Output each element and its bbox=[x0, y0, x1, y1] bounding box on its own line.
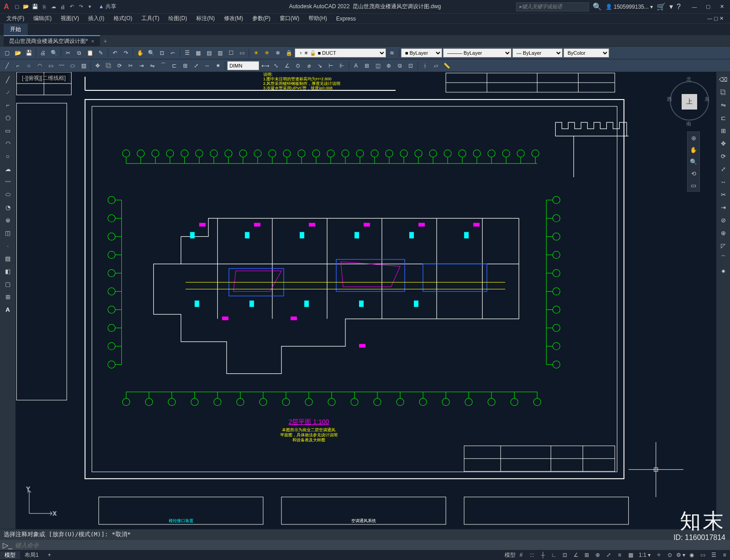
tb-leader-icon[interactable]: ↘ bbox=[315, 61, 325, 71]
tb-mtext-icon[interactable]: A bbox=[351, 61, 361, 71]
sb-polar-icon[interactable]: ⊡ bbox=[559, 550, 570, 560]
tp-gradient-icon[interactable]: ◧ bbox=[2, 266, 14, 277]
tb-calc-icon[interactable]: ▭ bbox=[237, 48, 247, 58]
rp-fillet-icon[interactable]: ⌒ bbox=[717, 253, 729, 264]
tb-explode-icon[interactable]: ✷ bbox=[213, 61, 223, 71]
user-menu[interactable]: 👤 1505999135... ▾ bbox=[605, 4, 653, 10]
viewcube-south[interactable]: 南 bbox=[686, 120, 691, 127]
nav-pan-icon[interactable]: ✋ bbox=[688, 144, 699, 156]
nav-orbit-icon[interactable]: ⟲ bbox=[688, 167, 699, 179]
color-dropdown[interactable]: ■ ByLayer bbox=[401, 48, 442, 58]
nav-showmotion-icon[interactable]: ▭ bbox=[688, 179, 699, 191]
tb-move-icon[interactable]: ✥ bbox=[93, 61, 103, 71]
tb-ellipse-icon[interactable]: ⬭ bbox=[68, 61, 78, 71]
doc-minimize-button[interactable]: — ▢ ✕ bbox=[703, 15, 728, 22]
tb-laylock-icon[interactable]: 🔒 bbox=[284, 48, 294, 58]
sb-transparency-icon[interactable]: ▦ bbox=[625, 550, 636, 560]
rp-move-icon[interactable]: ✥ bbox=[717, 138, 729, 149]
tb-laymatch-icon[interactable]: ≋ bbox=[387, 48, 397, 58]
tp-revcloud-icon[interactable]: ☁ bbox=[2, 163, 14, 174]
autodesk-app-icon[interactable]: 🛒 bbox=[657, 2, 666, 11]
qat-undo-icon[interactable]: ↶ bbox=[68, 3, 76, 11]
rp-trim-icon[interactable]: ✂ bbox=[717, 189, 729, 200]
menu-express[interactable]: Express bbox=[332, 15, 360, 23]
rp-break-icon[interactable]: ⊘ bbox=[717, 215, 729, 225]
viewcube-west[interactable]: 西 bbox=[667, 96, 672, 103]
help-icon[interactable]: ? bbox=[677, 3, 681, 11]
sb-lw-icon[interactable]: ≡ bbox=[614, 550, 625, 560]
command-input[interactable] bbox=[15, 542, 727, 549]
tb-insert-icon[interactable]: ⊕ bbox=[384, 61, 394, 71]
menu-modify[interactable]: 修改(M) bbox=[219, 14, 248, 23]
close-tab-icon[interactable]: ✕ bbox=[91, 39, 94, 44]
tb-paste-icon[interactable]: 📋 bbox=[85, 48, 95, 58]
tb-fillet-icon[interactable]: ⌒ bbox=[158, 61, 168, 71]
tp-insert-icon[interactable]: ⊕ bbox=[2, 215, 14, 225]
viewcube-north[interactable]: 北 bbox=[686, 76, 691, 83]
tb-match-icon[interactable]: ✎ bbox=[96, 48, 106, 58]
sb-ortho-icon[interactable]: ∟ bbox=[548, 550, 559, 560]
tb-pan-icon[interactable]: ✋ bbox=[135, 48, 145, 58]
tb-pline-icon[interactable]: ⌐ bbox=[13, 61, 23, 71]
rp-offset-icon[interactable]: ⊏ bbox=[717, 112, 729, 123]
sb-annoauto-icon[interactable]: ⊙ bbox=[664, 550, 675, 560]
sb-annovisibility-icon[interactable]: ✧ bbox=[653, 550, 664, 560]
tb-cut-icon[interactable]: ✂ bbox=[63, 48, 73, 58]
qat-open-icon[interactable]: 📂 bbox=[22, 3, 30, 11]
help-search-input[interactable]: ▸ 键入关键字或短语 bbox=[516, 2, 589, 11]
tb-group-icon[interactable]: ⊡ bbox=[406, 61, 416, 71]
tb-trim-icon[interactable]: ✂ bbox=[125, 61, 136, 71]
menu-tools[interactable]: 工具(T) bbox=[137, 14, 164, 23]
viewport-label[interactable]: [-][俯视][二维线框] bbox=[20, 74, 68, 83]
tb-dist-icon[interactable]: ⟊ bbox=[420, 61, 430, 71]
tb-new-icon[interactable]: ▢ bbox=[2, 48, 12, 58]
tb-dcenter-icon[interactable]: ▦ bbox=[193, 48, 203, 58]
tb-plot-icon[interactable]: 🖨 bbox=[38, 48, 48, 58]
tb-rotate-icon[interactable]: ⟳ bbox=[115, 61, 125, 71]
tb-sheet-icon[interactable]: ▥ bbox=[215, 48, 225, 58]
tb-stretch-icon[interactable]: ↔ bbox=[202, 61, 212, 71]
tb-array-icon[interactable]: ⊞ bbox=[180, 61, 190, 71]
nav-wheel-icon[interactable]: ⊛ bbox=[688, 132, 699, 144]
tp-spline-icon[interactable]: 〰 bbox=[2, 176, 14, 187]
tb-layfreeze-icon[interactable]: ❄ bbox=[273, 48, 283, 58]
linetype-dropdown[interactable]: ——— ByLayer bbox=[443, 48, 511, 58]
tb-dimlin-icon[interactable]: ⟷ bbox=[260, 61, 270, 71]
tb-hatch-icon[interactable]: ▨ bbox=[78, 61, 89, 71]
tp-point-icon[interactable]: · bbox=[2, 240, 14, 251]
sb-monitor-icon[interactable]: ◉ bbox=[686, 550, 697, 560]
qat-redo-icon[interactable]: ↷ bbox=[77, 3, 85, 11]
menu-dim[interactable]: 标注(N) bbox=[192, 14, 219, 23]
tb-layer-icon[interactable]: ☀ bbox=[251, 48, 261, 58]
rp-array-icon[interactable]: ⊞ bbox=[717, 125, 729, 136]
menu-insert[interactable]: 插入(I) bbox=[83, 14, 109, 23]
menu-param[interactable]: 参数(P) bbox=[248, 14, 275, 23]
tb-block-icon[interactable]: ◫ bbox=[373, 61, 383, 71]
dimstyle-dropdown[interactable] bbox=[227, 61, 259, 70]
viewcube-top-face[interactable]: 上 bbox=[682, 94, 697, 110]
tb-open-icon[interactable]: 📂 bbox=[13, 48, 23, 58]
tp-table-icon[interactable]: ⊞ bbox=[2, 291, 14, 302]
sb-ws-icon[interactable]: ⚙ ▾ bbox=[675, 550, 686, 560]
tb-laystate-icon[interactable]: ✳ bbox=[262, 48, 272, 58]
view-cube[interactable]: 北 南 西 东 上 bbox=[669, 76, 710, 126]
qat-plot-icon[interactable]: 🖨 bbox=[58, 3, 67, 11]
tp-ellipse-icon[interactable]: ⬭ bbox=[2, 189, 14, 200]
tb-save-icon[interactable]: 💾 bbox=[24, 48, 34, 58]
tb-dimalign-icon[interactable]: ⤡ bbox=[271, 61, 281, 71]
sb-units-icon[interactable]: ▭ bbox=[697, 550, 708, 560]
rp-chamfer-icon[interactable]: ◸ bbox=[717, 240, 729, 251]
tb-redo-icon[interactable]: ↷ bbox=[121, 48, 131, 58]
tb-area-icon[interactable]: ▱ bbox=[431, 61, 441, 71]
tp-block-icon[interactable]: ◫ bbox=[2, 227, 14, 238]
maximize-button[interactable]: ▢ bbox=[702, 2, 714, 11]
sb-snap-icon[interactable]: ::: bbox=[527, 550, 537, 560]
qat-save-icon[interactable]: 💾 bbox=[31, 3, 39, 11]
menu-window[interactable]: 窗口(W) bbox=[275, 14, 304, 23]
tb-xref-icon[interactable]: ⧉ bbox=[395, 61, 405, 71]
command-line[interactable]: ▷_ bbox=[0, 540, 730, 550]
tp-rect-icon[interactable]: ▭ bbox=[2, 125, 14, 136]
nav-zoom-icon[interactable]: 🔍 bbox=[688, 156, 699, 167]
tp-ellipsearc-icon[interactable]: ◔ bbox=[2, 202, 14, 213]
tab-layout1[interactable]: 布局1 bbox=[20, 551, 43, 559]
